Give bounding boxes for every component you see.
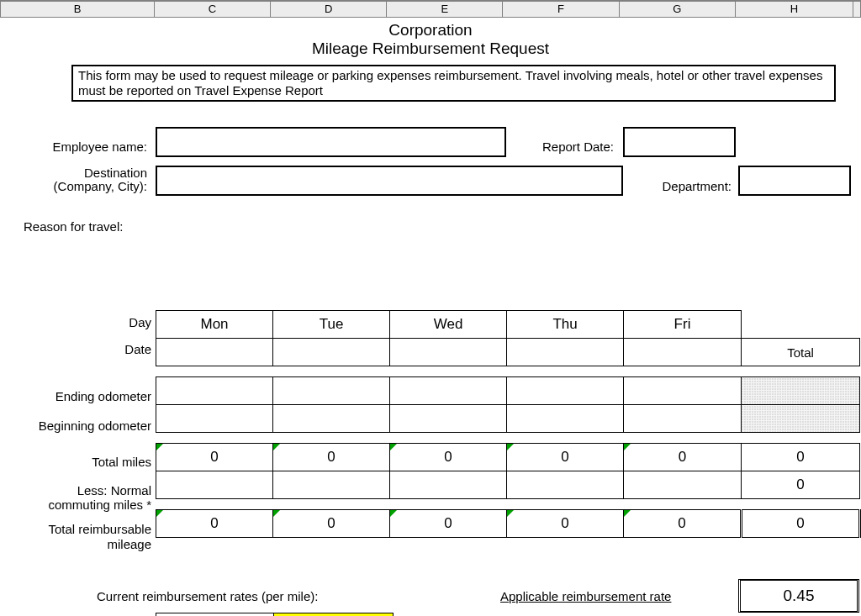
beginning-wed[interactable] (390, 405, 507, 433)
table-row-ending (156, 377, 860, 405)
col-header-b[interactable]: B (0, 1, 155, 18)
reimb-wed[interactable]: 0 (390, 510, 507, 538)
reimb-thu[interactable]: 0 (507, 510, 624, 538)
department-input[interactable] (738, 166, 851, 196)
col-header-f[interactable]: F (503, 1, 619, 18)
totalmiles-thu[interactable]: 0 (507, 444, 624, 471)
beginning-fri[interactable] (624, 405, 742, 433)
beginning-odometer-label: Beginning odometer (0, 419, 151, 433)
report-date-label: Report Date: (513, 140, 614, 154)
day-thu[interactable]: Thu (507, 311, 624, 339)
reimb-fri[interactable]: 0 (624, 510, 742, 538)
ending-wed[interactable] (390, 377, 507, 405)
totalmiles-total: 0 (741, 444, 859, 471)
total-miles-label: Total miles (0, 455, 151, 469)
page-title: Corporation (0, 18, 861, 39)
date-tue[interactable] (273, 339, 390, 366)
column-headers: B C D E F G H (0, 0, 861, 18)
table-row-day: Mon Tue Wed Thu Fri (156, 311, 860, 339)
commuting-fri[interactable] (624, 471, 742, 499)
personal-vehicle-label: Personal vehicle (156, 613, 274, 616)
table-row-commuting: 0 (156, 471, 860, 499)
reimb-total: 0 (741, 510, 859, 538)
total-header-cell: Total (741, 339, 859, 366)
beginning-mon[interactable] (156, 405, 273, 433)
reimb-tue[interactable]: 0 (273, 510, 390, 538)
table-row-beginning (156, 405, 860, 433)
day-total-spacer (741, 311, 859, 339)
date-thu[interactable] (507, 339, 624, 366)
commuting-mon[interactable] (156, 471, 273, 499)
beginning-thu[interactable] (507, 405, 624, 433)
applicable-rate-value[interactable]: 0.45 (738, 579, 859, 613)
day-fri[interactable]: Fri (624, 311, 742, 339)
col-header-next[interactable] (853, 1, 861, 18)
date-label: Date (0, 342, 151, 356)
ending-mon[interactable] (156, 377, 273, 405)
totalmiles-fri[interactable]: 0 (624, 444, 742, 471)
col-header-g[interactable]: G (620, 1, 736, 18)
date-mon[interactable] (156, 339, 273, 366)
totalmiles-wed[interactable]: 0 (390, 444, 507, 471)
employee-name-label: Employee name: (0, 140, 147, 154)
commuting-wed[interactable] (390, 471, 507, 499)
total-reimbursable-label-2: mileage (0, 537, 151, 551)
destination-label-2: (Company, City): (0, 179, 147, 193)
applicable-rate-label: Applicable reimbursement rate (500, 589, 671, 603)
totalmiles-tue[interactable]: 0 (273, 444, 390, 471)
col-header-c[interactable]: C (155, 1, 271, 18)
destination-label-1: Destination (0, 166, 147, 180)
instructions-box: This form may be used to request mileage… (71, 65, 836, 102)
beginning-total (741, 405, 859, 433)
table-row-total-miles: 0 0 0 0 0 0 (156, 444, 860, 471)
day-mon[interactable]: Mon (156, 311, 273, 339)
reason-label: Reason for travel: (24, 219, 192, 234)
totalmiles-mon[interactable]: 0 (156, 444, 273, 471)
ending-odometer-label: Ending odometer (0, 389, 151, 403)
total-reimbursable-label-1: Total reimbursable (0, 522, 151, 536)
employee-name-input[interactable] (156, 127, 506, 157)
personal-vehicle-rate[interactable]: $0.45 (274, 613, 394, 616)
col-header-h[interactable]: H (736, 1, 853, 18)
col-header-d[interactable]: D (271, 1, 387, 18)
ending-total (741, 377, 859, 405)
beginning-tue[interactable] (273, 405, 390, 433)
page-subtitle: Mileage Reimbursement Request (0, 39, 861, 65)
reimb-mon[interactable]: 0 (156, 510, 273, 538)
date-wed[interactable] (390, 339, 507, 366)
sheet-area: Corporation Mileage Reimbursement Reques… (0, 18, 861, 616)
commuting-thu[interactable] (507, 471, 624, 499)
day-label: Day (0, 315, 151, 329)
day-tue[interactable]: Tue (273, 311, 390, 339)
col-header-e[interactable]: E (387, 1, 503, 18)
table-row-reimbursable: 0 0 0 0 0 0 (156, 510, 860, 538)
report-date-input[interactable] (623, 127, 736, 157)
table-row-date: Total (156, 339, 860, 366)
current-rates-label: Current reimbursement rates (per mile): (97, 589, 318, 603)
ending-thu[interactable] (507, 377, 624, 405)
department-label: Department: (622, 179, 732, 193)
commuting-total: 0 (741, 471, 859, 499)
date-fri[interactable] (624, 339, 742, 366)
ending-fri[interactable] (624, 377, 742, 405)
personal-vehicle-row: Personal vehicle $0.45 (156, 613, 394, 616)
mileage-table: Mon Tue Wed Thu Fri Total (156, 310, 861, 538)
less-normal-label-1: Less: Normal (0, 483, 151, 498)
less-normal-label-2: commuting miles * (0, 498, 151, 512)
destination-input[interactable] (156, 166, 623, 196)
day-wed[interactable]: Wed (390, 311, 507, 339)
commuting-tue[interactable] (273, 471, 390, 499)
ending-tue[interactable] (273, 377, 390, 405)
